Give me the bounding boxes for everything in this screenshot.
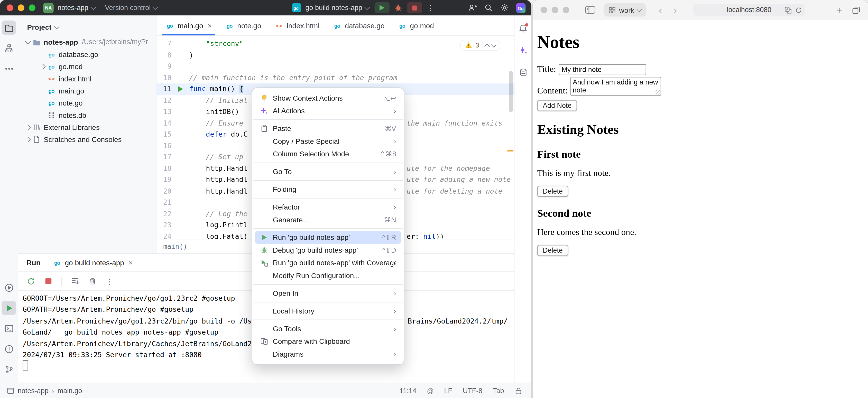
- menu-item-compare-with-clipboard[interactable]: Compare with Clipboard: [255, 335, 401, 348]
- scrollbar-thumb[interactable]: [509, 71, 513, 112]
- indent-widget[interactable]: Tab: [493, 387, 504, 395]
- run-tab[interactable]: go go build notes-app ×: [53, 254, 132, 271]
- chevron-right-icon[interactable]: [24, 125, 32, 129]
- project-tool-button[interactable]: [2, 21, 16, 35]
- settings-gear-icon[interactable]: [500, 3, 509, 12]
- warning-stripe-mark[interactable]: [507, 150, 514, 151]
- tree-item-index-html[interactable]: <>index.html: [18, 72, 156, 85]
- translate-icon[interactable]: A: [784, 6, 792, 13]
- sidebar-toggle-button[interactable]: [585, 6, 596, 14]
- at-sign-icon[interactable]: @: [427, 387, 433, 395]
- menu-item-go-to[interactable]: Go To›: [255, 165, 401, 178]
- run-line-gutter[interactable]: [172, 84, 189, 95]
- reload-icon[interactable]: [795, 6, 802, 13]
- code-line-9[interactable]: 9: [156, 61, 515, 72]
- menu-item-local-history[interactable]: Local History›: [255, 304, 401, 318]
- tree-item-notes-app[interactable]: notes-app/Users/jetbrains/myPr: [18, 36, 156, 48]
- tree-item-scratches-and-consoles[interactable]: Scratches and Consoles: [18, 133, 156, 145]
- delete-note-button[interactable]: Delete: [537, 186, 568, 197]
- search-icon[interactable]: [484, 3, 493, 12]
- menu-item-ai-actions[interactable]: AI Actions›: [255, 104, 401, 117]
- prev-warning-icon[interactable]: [484, 43, 490, 49]
- code-line-8[interactable]: 8): [156, 49, 515, 61]
- next-warning-icon[interactable]: [491, 42, 496, 47]
- minimize-window-button[interactable]: [552, 7, 558, 13]
- new-tab-button[interactable]: +: [836, 5, 842, 15]
- tab-go-mod[interactable]: gogo.mod: [391, 15, 440, 35]
- services-tool-button[interactable]: [2, 280, 16, 295]
- database-tool-button[interactable]: [517, 66, 529, 78]
- editor-scrollbar[interactable]: [509, 37, 513, 236]
- menu-item-copy-paste-special[interactable]: Copy / Paste Special›: [255, 135, 401, 147]
- more-actions-button[interactable]: ⋮: [427, 4, 434, 11]
- minimize-window-button[interactable]: [18, 4, 24, 11]
- run-button[interactable]: [374, 2, 389, 13]
- tab-group-button[interactable]: work: [603, 3, 647, 17]
- menu-item-column-selection-mode[interactable]: Column Selection Mode⇧⌘8: [255, 147, 401, 161]
- menu-item-run-go-build-notes-app[interactable]: Run 'go build notes-app'^⇧R: [255, 231, 401, 244]
- zoom-window-button[interactable]: [563, 7, 569, 13]
- tree-item-database-go[interactable]: godatabase.go: [18, 48, 156, 60]
- menu-item-paste[interactable]: Paste⌘V: [255, 122, 401, 135]
- tab-overview-icon[interactable]: [852, 6, 860, 14]
- caret-position[interactable]: 11:14: [400, 387, 416, 395]
- menu-item-refactor[interactable]: Refactor›: [255, 201, 401, 213]
- close-icon[interactable]: ×: [128, 259, 132, 267]
- clear-console-button[interactable]: [86, 275, 98, 287]
- ai-assistant-button[interactable]: [517, 44, 529, 56]
- chevron-down-icon[interactable]: [24, 40, 32, 44]
- tree-item-external-libraries[interactable]: External Libraries: [18, 121, 156, 133]
- menu-item-show-context-actions[interactable]: Show Context Actions⌥↩: [255, 92, 401, 104]
- zoom-window-button[interactable]: [29, 4, 35, 11]
- version-control-tool-button[interactable]: [2, 362, 16, 376]
- code-with-me-icon[interactable]: [468, 3, 477, 12]
- menu-item-open-in[interactable]: Open In›: [255, 287, 401, 300]
- stop-button[interactable]: [407, 2, 422, 13]
- rerun-button[interactable]: [25, 275, 37, 287]
- breadcrumb-item[interactable]: main(): [163, 243, 187, 251]
- notifications-button[interactable]: [517, 22, 529, 34]
- menu-item-diagrams[interactable]: Diagrams›: [255, 348, 401, 361]
- close-icon[interactable]: ×: [208, 21, 212, 30]
- tab-index-html[interactable]: <>index.html: [268, 15, 326, 35]
- project-panel-header[interactable]: Project: [18, 15, 156, 36]
- debug-button[interactable]: [394, 3, 403, 12]
- problems-tool-button[interactable]: [2, 342, 16, 356]
- delete-note-button[interactable]: Delete: [537, 245, 568, 256]
- tab-database-go[interactable]: godatabase.go: [326, 15, 391, 35]
- inspections-widget[interactable]: 3: [461, 40, 500, 51]
- add-note-button[interactable]: Add Note: [537, 100, 577, 111]
- more-tool-windows-button[interactable]: [2, 61, 16, 76]
- forward-button[interactable]: ›: [674, 4, 677, 15]
- address-bar[interactable]: localhost:8080 A: [693, 4, 805, 16]
- close-window-button[interactable]: [7, 4, 13, 11]
- tab-note-go[interactable]: gonote.go: [218, 15, 268, 35]
- status-project[interactable]: notes-app: [18, 387, 49, 395]
- vcs-selector[interactable]: Version control: [105, 4, 157, 11]
- tree-item-note-go[interactable]: gonote.go: [18, 97, 156, 109]
- scroll-to-end-button[interactable]: [69, 275, 81, 287]
- tree-item-main-go[interactable]: gomain.go: [18, 85, 156, 97]
- menu-item-generate[interactable]: Generate...⌘N: [255, 213, 401, 226]
- stop-process-button[interactable]: [42, 275, 54, 287]
- terminal-tool-button[interactable]: [2, 321, 16, 336]
- code-line-10[interactable]: 10// main function is the entry point of…: [156, 72, 515, 84]
- note-content-textarea[interactable]: And now I am adding a new note.: [570, 77, 661, 96]
- menu-item-run-go-build-notes-app-with-coverage[interactable]: Run 'go build notes-app' with Coverage: [255, 257, 401, 269]
- chevron-right-icon[interactable]: [39, 64, 46, 68]
- close-window-button[interactable]: [540, 7, 547, 13]
- menu-item-go-tools[interactable]: Go Tools›: [255, 322, 401, 335]
- structure-tool-button[interactable]: [2, 41, 16, 55]
- note-title-input[interactable]: [559, 64, 646, 75]
- project-selector[interactable]: notes-app: [58, 4, 95, 11]
- chevron-right-icon[interactable]: [24, 137, 32, 141]
- status-file[interactable]: main.go: [58, 387, 82, 395]
- menu-item-modify-run-configuration[interactable]: Modify Run Configuration...: [255, 269, 401, 282]
- menu-item-debug-go-build-notes-app[interactable]: Debug 'go build notes-app'^⇧D: [255, 244, 401, 257]
- console-more-button[interactable]: ⋮: [103, 275, 116, 287]
- line-separator-widget[interactable]: LF: [444, 387, 452, 395]
- unlock-icon[interactable]: [515, 387, 522, 395]
- menu-item-folding[interactable]: Folding›: [255, 183, 401, 196]
- encoding-widget[interactable]: UTF-8: [463, 387, 482, 395]
- run-config-selector[interactable]: go build notes-app: [306, 4, 369, 11]
